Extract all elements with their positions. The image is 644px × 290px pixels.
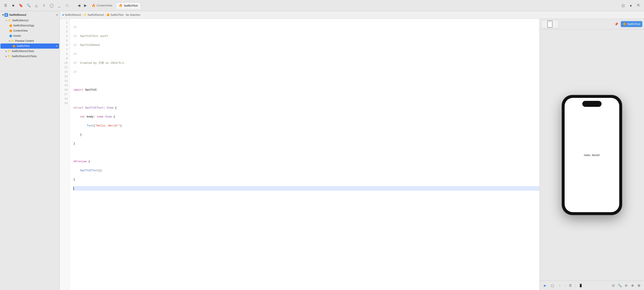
sidebar-group-label: SwiftUIDemo2 [12, 19, 28, 22]
chevron-right-icon: ▶ [9, 40, 10, 42]
preview-tab-button[interactable]: 🔶 SwiftUIText [621, 21, 642, 27]
code-line-2: // SwiftUIText.swift [74, 34, 540, 38]
sidebar-item-preview-content[interactable]: ▶ 📁 Preview Content [0, 38, 59, 43]
separator [565, 284, 565, 288]
bookmark-icon[interactable]: 🔖 [18, 2, 24, 8]
sidebar-project-header[interactable]: ▼ S SwiftUIDemo2 M [0, 12, 60, 18]
editor-options-icon[interactable]: ∎ [628, 2, 634, 8]
code-line-9 [74, 97, 540, 101]
sidebar-file-label: SwiftUIDemo2App [13, 24, 34, 27]
device-button[interactable]: 📱 [578, 283, 584, 289]
code-line-6: // [74, 70, 540, 74]
separator-2 [575, 284, 576, 288]
breadcrumb-swift[interactable]: 🔶 SwiftUIText [106, 13, 123, 16]
sidebar-item-tests[interactable]: ▶ 📁 SwiftUIDemo2Tests [0, 49, 59, 54]
nav-buttons: ◀ ▶ [76, 2, 88, 8]
code-line-18: } [74, 177, 540, 182]
sidebar-item-uitests[interactable]: ▶ 📁 SwiftUIDemo2UITests [0, 54, 59, 59]
code-line-7 [74, 79, 540, 83]
square-icon[interactable]: □ [64, 2, 70, 8]
breadcrumb-project[interactable]: ■ SwiftUIDemo2 [62, 13, 81, 16]
inspect-button[interactable]: ▢ [550, 283, 556, 289]
sidebar-item-assets[interactable]: 🔷 Assets [0, 33, 59, 38]
sidebar-toggle-icon[interactable]: ☰ [2, 2, 8, 8]
code-line-17: SwiftUIText() [74, 168, 540, 173]
iphone-mockup: Hello, World! [562, 95, 622, 215]
stop-icon[interactable]: ■ [10, 2, 16, 8]
preview-bottom-bar: ▶ ▢ ⁝ ☰ 📱 ⊡ 🔍 ⊖ ⊕ ⊞ [540, 281, 644, 290]
grid-button[interactable]: ⁝ [557, 283, 563, 289]
zoom-out-button-2[interactable]: ⊖ [624, 283, 629, 288]
sidebar-item-swiftuidemo2-group[interactable]: ▼ 📁 SwiftUIDemo2 [0, 18, 59, 23]
breadcrumb-selection: No Selection [126, 13, 140, 16]
memory-icon[interactable]: ◯ [49, 2, 55, 8]
preview-tab-label: SwiftUIText [627, 22, 640, 25]
folder-icon: 📁 [11, 39, 14, 42]
chevron-down-icon: ▼ [2, 13, 4, 16]
breadcrumb-sep-2: › [105, 14, 106, 16]
preview-device-area: Hello, World! [540, 29, 644, 281]
project-name: SwiftUIDemo2 [9, 13, 26, 16]
breadcrumb-selection-label: No Selection [126, 13, 140, 16]
code-editor[interactable]: 12345 678910 1112131415 16171819 // // S… [60, 19, 540, 290]
assets-icon: 🔷 [9, 34, 12, 37]
code-line-10: struct SwiftUIText: View { [74, 106, 540, 110]
code-line-4: // [74, 52, 540, 56]
zoom-fit-button[interactable]: ⊡ [611, 283, 616, 288]
fullscreen-icon[interactable]: ⇱ [636, 2, 642, 8]
diamond-icon[interactable]: ◊ [41, 2, 47, 8]
pill-icon[interactable]: ⎯ [56, 2, 62, 8]
search-icon[interactable]: 🔍 [26, 2, 32, 8]
nav-forward-icon[interactable]: ▶ [82, 2, 88, 8]
code-line-5: // Created by 王维 on 2024/5/1. [74, 61, 540, 65]
breadcrumb-sep-3: › [124, 14, 125, 16]
toolbar: ☰ ■ 🔖 🔍 △ ◊ ◯ ⎯ □ ◀ ▶ 🔥 ContentView 🔥 Sw… [0, 0, 644, 11]
tab-content-view-label: ContentView [97, 4, 112, 7]
zoom-out-button[interactable]: 🔍 [617, 283, 622, 288]
code-line-12: Text("Hello, World!") [74, 123, 540, 128]
breadcrumb-project-label: SwiftUIDemo2 [65, 13, 81, 16]
chevron-right-icon: ▶ [6, 55, 7, 57]
folder-icon: 📁 [8, 55, 11, 58]
tab-swiftui-text-label: SwiftUIText [124, 4, 138, 7]
swift-icon: 🔥 [92, 4, 96, 7]
tab-content-view[interactable]: 🔥 ContentView [89, 2, 115, 9]
sidebar-folder-label: SwiftUIDemo2Tests [12, 50, 34, 53]
split-view-icon[interactable]: ◫ [620, 2, 626, 8]
preview-thumbnail[interactable] [541, 20, 558, 28]
zoom-in-button[interactable]: ⊕ [630, 283, 635, 288]
folder-icon: 📁 [84, 13, 87, 16]
pin-preview-button[interactable]: 📌 [614, 21, 620, 27]
nav-back-icon[interactable]: ◀ [76, 2, 82, 8]
folder-icon: 📁 [8, 19, 11, 22]
main-layout: ▼ S SwiftUIDemo2 M ▼ 📁 SwiftUIDemo2 🔶 Sw… [0, 11, 644, 290]
tab-swiftui-text[interactable]: 🔥 SwiftUIText [116, 2, 141, 9]
code-lines[interactable]: // // SwiftUIText.swift // SwiftUIDemo2 … [70, 19, 540, 290]
project-icon: S [4, 13, 8, 17]
warning-icon[interactable]: △ [33, 2, 39, 8]
layers-button[interactable]: ☰ [567, 283, 573, 289]
code-line-14: } [74, 141, 540, 146]
code-line-3: // SwiftUIDemo2 [74, 43, 540, 47]
sidebar-item-swiftuidemo2app[interactable]: 🔶 SwiftUIDemo2App [0, 23, 59, 28]
preview-mini-bar: 📌 🔶 SwiftUIText [540, 19, 644, 29]
code-line-15 [74, 150, 540, 155]
play-button[interactable]: ▶ [542, 283, 548, 289]
dynamic-island [582, 101, 602, 107]
zoom-fill-button[interactable]: ⊞ [636, 283, 642, 288]
sidebar-item-swiftuitext[interactable]: 🔶 SwiftUIText A [0, 43, 59, 49]
sidebar-folder-label: SwiftUIDemo2UITests [12, 55, 37, 58]
swift-icon: 🔶 [623, 22, 626, 25]
code-line-19 [74, 186, 540, 191]
hello-world-text: Hello, World! [584, 154, 600, 157]
sidebar-item-contentview[interactable]: 🔶 ContentView [0, 28, 59, 33]
mini-phone-mockup [547, 20, 552, 28]
tab-bar: ◀ ▶ 🔥 ContentView 🔥 SwiftUIText [76, 2, 141, 9]
sidebar-folder-label: Preview Content [15, 39, 34, 42]
breadcrumb-folder-label: SwiftUIDemo2 [88, 13, 104, 16]
swift-file-icon: 🔶 [9, 29, 12, 32]
swift-icon: 🔶 [106, 13, 110, 16]
breadcrumb-folder[interactable]: 📁 SwiftUIDemo2 [84, 13, 104, 16]
editor-preview-area: 12345 678910 1112131415 16171819 // // S… [60, 19, 644, 290]
sidebar: ▼ S SwiftUIDemo2 M ▼ 📁 SwiftUIDemo2 🔶 Sw… [0, 11, 60, 290]
